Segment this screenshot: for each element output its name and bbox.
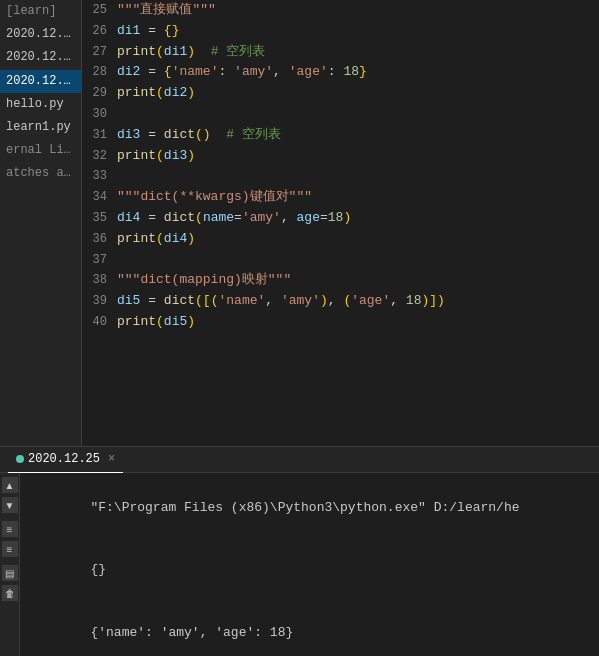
line-content-28: di2 = {'name': 'amy', 'age': 18} — [117, 62, 599, 83]
sidebar-item-learn[interactable]: [learn] — [0, 0, 81, 23]
code-line-37: 37 — [82, 250, 599, 271]
line-content-32: print(di3) — [117, 146, 599, 167]
line-content-38: """dict(mapping)映射""" — [117, 270, 599, 291]
line-num-38: 38 — [82, 271, 117, 290]
line-num-31: 31 — [82, 126, 117, 145]
code-line-32: 32 print(di3) — [82, 146, 599, 167]
terminal-dot-icon — [16, 455, 24, 463]
scroll-controls: ▲ ▼ ≡ ≡ ▤ 🗑 — [0, 473, 20, 656]
code-lines: 25 """直接赋值""" 26 di1 = {} 27 print(di1) … — [82, 0, 599, 446]
line-num-25: 25 — [82, 1, 117, 20]
sidebar-item-1221[interactable]: 2020.12.21.py — [0, 23, 81, 46]
code-line-31: 31 di3 = dict() # 空列表 — [82, 125, 599, 146]
code-line-26: 26 di1 = {} — [82, 21, 599, 42]
line-content-31: di3 = dict() # 空列表 — [117, 125, 599, 146]
line-num-34: 34 — [82, 188, 117, 207]
code-line-27: 27 print(di1) # 空列表 — [82, 42, 599, 63]
main-area: [learn] 2020.12.21.py 2020.12.23.py 2020… — [0, 0, 599, 446]
line-content-37 — [117, 250, 599, 271]
sidebar: [learn] 2020.12.21.py 2020.12.23.py 2020… — [0, 0, 82, 446]
code-line-34: 34 """dict(**kwargs)键值对""" — [82, 187, 599, 208]
line-num-37: 37 — [82, 251, 117, 270]
line-content-30 — [117, 104, 599, 125]
code-line-25: 25 """直接赋值""" — [82, 0, 599, 21]
line-num-27: 27 — [82, 43, 117, 62]
line-content-29: print(di2) — [117, 83, 599, 104]
line-content-25: """直接赋值""" — [117, 0, 599, 21]
line-num-33: 33 — [82, 167, 117, 186]
sidebar-item-scratches[interactable]: atches and Co — [0, 162, 81, 185]
terminal-body: ▲ ▼ ≡ ≡ ▤ 🗑 "F:\Program Files (x86)\Pyth… — [0, 473, 599, 656]
line-num-29: 29 — [82, 84, 117, 103]
sidebar-item-1223[interactable]: 2020.12.23.py — [0, 46, 81, 69]
code-line-29: 29 print(di2) — [82, 83, 599, 104]
terminal-tab-label: 2020.12.25 — [28, 452, 100, 466]
code-line-36: 36 print(di4) — [82, 229, 599, 250]
line-num-40: 40 — [82, 313, 117, 332]
sidebar-item-learn1[interactable]: learn1.py — [0, 116, 81, 139]
scroll-right-button[interactable]: ≡ — [2, 541, 18, 557]
line-content-27: print(di1) # 空列表 — [117, 42, 599, 63]
code-line-30: 30 — [82, 104, 599, 125]
sidebar-item-external[interactable]: ernal Libraries — [0, 139, 81, 162]
code-line-38: 38 """dict(mapping)映射""" — [82, 270, 599, 291]
terminal-panel: 2020.12.25 × ▲ ▼ ≡ ≡ ▤ 🗑 "F:\Program Fil… — [0, 446, 599, 656]
line-content-34: """dict(**kwargs)键值对""" — [117, 187, 599, 208]
line-content-39: di5 = dict([('name', 'amy'), ('age', 18)… — [117, 291, 599, 312]
line-num-28: 28 — [82, 63, 117, 82]
terminal-tab-bar: 2020.12.25 × — [0, 447, 599, 473]
line-content-26: di1 = {} — [117, 21, 599, 42]
line-content-36: print(di4) — [117, 229, 599, 250]
line-num-35: 35 — [82, 209, 117, 228]
scroll-up-button[interactable]: ▲ — [2, 477, 18, 493]
terminal-tab-active[interactable]: 2020.12.25 × — [8, 447, 123, 473]
code-line-28: 28 di2 = {'name': 'amy', 'age': 18} — [82, 62, 599, 83]
terminal-output-2: {'name': 'amy', 'age': 18} — [28, 602, 591, 656]
print-button[interactable]: ▤ — [2, 565, 18, 581]
line-num-26: 26 — [82, 22, 117, 41]
scroll-left-button[interactable]: ≡ — [2, 521, 18, 537]
line-content-35: di4 = dict(name='amy', age=18) — [117, 208, 599, 229]
line-content-40: print(di5) — [117, 312, 599, 333]
line-num-36: 36 — [82, 230, 117, 249]
code-line-39: 39 di5 = dict([('name', 'amy'), ('age', … — [82, 291, 599, 312]
terminal-content: "F:\Program Files (x86)\Python3\python.e… — [20, 473, 599, 656]
code-line-33: 33 — [82, 166, 599, 187]
code-line-40: 40 print(di5) — [82, 312, 599, 333]
sidebar-item-1225[interactable]: 2020.12.25.py — [0, 70, 81, 93]
delete-button[interactable]: 🗑 — [2, 585, 18, 601]
line-num-30: 30 — [82, 105, 117, 124]
terminal-close-icon[interactable]: × — [108, 452, 115, 466]
terminal-cmd-line: "F:\Program Files (x86)\Python3\python.e… — [28, 477, 591, 539]
code-line-35: 35 di4 = dict(name='amy', age=18) — [82, 208, 599, 229]
scroll-down-button[interactable]: ▼ — [2, 497, 18, 513]
line-content-33 — [117, 166, 599, 187]
sidebar-item-hello[interactable]: hello.py — [0, 93, 81, 116]
editor-area: 25 """直接赋值""" 26 di1 = {} 27 print(di1) … — [82, 0, 599, 446]
line-num-39: 39 — [82, 292, 117, 311]
line-num-32: 32 — [82, 147, 117, 166]
terminal-output-1: {} — [28, 539, 591, 601]
